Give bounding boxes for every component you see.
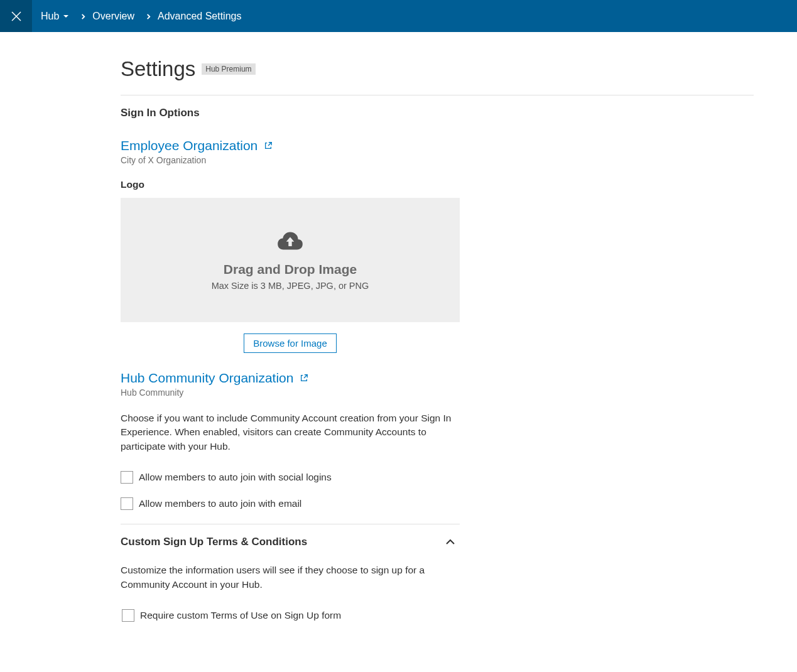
browse-row: Browse for Image xyxy=(121,333,460,353)
terms-title: Custom Sign Up Terms & Conditions xyxy=(121,536,307,548)
close-button[interactable] xyxy=(0,0,32,32)
checkbox-email-label: Allow members to auto join with email xyxy=(139,498,301,509)
signin-heading: Sign In Options xyxy=(121,107,754,119)
caret-down-icon xyxy=(63,11,69,22)
page-title: Settings xyxy=(121,57,195,81)
checkbox-email-row[interactable]: Allow members to auto join with email xyxy=(121,497,460,510)
breadcrumb-hub-label: Hub xyxy=(41,11,59,22)
svg-line-2 xyxy=(268,143,271,146)
checkbox-social-label: Allow members to auto join with social l… xyxy=(139,472,332,483)
employee-org-link-label: Employee Organization xyxy=(121,138,258,153)
page-title-row: Settings Hub Premium xyxy=(121,57,754,81)
community-org-section: Hub Community Organization Hub Community… xyxy=(121,371,460,622)
chevron-right-icon xyxy=(146,11,151,22)
breadcrumb-advanced[interactable]: Advanced Settings xyxy=(158,11,241,22)
breadcrumb-advanced-label: Advanced Settings xyxy=(158,11,241,22)
community-org-link[interactable]: Hub Community Organization xyxy=(121,371,460,386)
checkbox-require-row[interactable]: Require custom Terms of Use on Sign Up f… xyxy=(122,609,460,622)
close-icon xyxy=(10,10,23,23)
external-link-icon xyxy=(300,374,308,382)
top-nav: Hub Overview Advanced Settings xyxy=(0,0,797,32)
logo-label: Logo xyxy=(121,179,460,190)
checkbox-email[interactable] xyxy=(121,497,133,510)
terms-desc: Customize the information users will see… xyxy=(121,563,460,592)
divider xyxy=(121,524,460,524)
employee-org-sub: City of X Organization xyxy=(121,155,460,165)
breadcrumb-hub[interactable]: Hub xyxy=(41,11,69,22)
chevron-right-icon xyxy=(80,11,86,22)
external-link-icon xyxy=(264,141,273,150)
browse-image-button[interactable]: Browse for Image xyxy=(244,333,337,353)
employee-org-link[interactable]: Employee Organization xyxy=(121,138,460,153)
divider xyxy=(121,95,754,95)
checkbox-require-terms[interactable] xyxy=(122,609,134,622)
checkbox-social[interactable] xyxy=(121,471,133,484)
drop-title: Drag and Drop Image xyxy=(224,262,357,277)
employee-org-section: Employee Organization City of X Organiza… xyxy=(121,138,460,353)
premium-badge: Hub Premium xyxy=(202,63,255,75)
breadcrumb-overview-label: Overview xyxy=(92,11,134,22)
terms-collapse-header[interactable]: Custom Sign Up Terms & Conditions xyxy=(121,536,460,548)
checkbox-require-label: Require custom Terms of Use on Sign Up f… xyxy=(140,610,341,621)
svg-line-3 xyxy=(304,375,307,378)
community-org-sub: Hub Community xyxy=(121,387,460,398)
checkbox-social-row[interactable]: Allow members to auto join with social l… xyxy=(121,471,460,484)
drop-sub: Max Size is 3 MB, JPEG, JPG, or PNG xyxy=(212,281,369,291)
logo-drop-zone[interactable]: Drag and Drop Image Max Size is 3 MB, JP… xyxy=(121,198,460,322)
breadcrumb: Hub Overview Advanced Settings xyxy=(32,11,241,22)
cloud-upload-icon xyxy=(276,229,304,254)
breadcrumb-overview[interactable]: Overview xyxy=(92,11,134,22)
main-content: Settings Hub Premium Sign In Options Emp… xyxy=(0,32,754,672)
community-org-link-label: Hub Community Organization xyxy=(121,371,293,386)
community-desc: Choose if you want to include Community … xyxy=(121,411,460,453)
chevron-up-icon xyxy=(445,536,456,548)
